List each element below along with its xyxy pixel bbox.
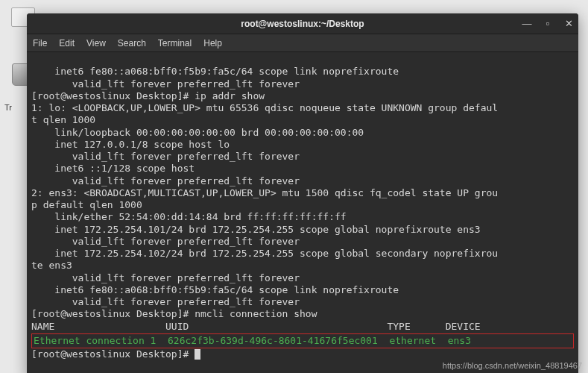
menu-file[interactable]: File	[33, 38, 47, 48]
table-header: NAME UUID TYPE DEVICE	[31, 321, 481, 332]
term-line: inet6 fe80::a068:bff0:f5b9:fa5c/64 scope…	[31, 66, 399, 77]
watermark: https://blog.csdn.net/weixin_48819467	[443, 361, 582, 370]
menubar: File Edit View Search Terminal Help	[27, 34, 578, 52]
term-line: inet 172.25.254.101/24 brd 172.25.254.25…	[31, 224, 481, 235]
menu-edit[interactable]: Edit	[59, 38, 75, 48]
term-line: inet6 fe80::a068:bff0:f5b9:fa5c/64 scope…	[31, 284, 399, 295]
menu-help[interactable]: Help	[203, 38, 222, 48]
window-title: root@westoslinux:~/Desktop	[241, 19, 364, 29]
term-line: 2: ens3: <BROADCAST,MULTICAST,UP,LOWER_U…	[31, 187, 498, 198]
maximize-button[interactable]: ▫	[543, 19, 553, 29]
term-line: inet 172.25.254.102/24 brd 172.25.254.25…	[31, 248, 498, 259]
term-line: p default qlen 1000	[31, 199, 142, 210]
menu-terminal[interactable]: Terminal	[158, 38, 192, 48]
term-line: t qlen 1000	[31, 114, 95, 125]
prompt: [root@westoslinux Desktop]#	[31, 348, 195, 360]
command: nmcli connection show	[195, 308, 317, 319]
command: ip addr show	[195, 90, 265, 101]
cursor	[195, 349, 200, 360]
term-line: valid_lft forever preferred_lft forever	[31, 175, 300, 186]
term-line: valid_lft forever preferred_lft forever	[31, 272, 300, 283]
prompt: [root@westoslinux Desktop]#	[31, 308, 195, 319]
prompt: [root@westoslinux Desktop]#	[31, 90, 195, 101]
term-line: link/loopback 00:00:00:00:00:00 brd 00:0…	[31, 127, 364, 138]
term-line: inet6 ::1/128 scope host	[31, 163, 195, 174]
term-line: valid_lft forever preferred_lft forever	[31, 296, 300, 307]
term-line: te ens3	[31, 260, 72, 271]
connection-row: Ethernet connection 1 626c2f3b-639d-496c…	[34, 335, 471, 346]
menu-view[interactable]: View	[86, 38, 106, 48]
close-button[interactable]: ✕	[563, 19, 574, 29]
term-line: 1: lo: <LOOPBACK,UP,LOWER_UP> mtu 65536 …	[31, 102, 498, 113]
window-controls: — ▫ ✕	[522, 19, 574, 29]
term-line: valid_lft forever preferred_lft forever	[31, 78, 300, 90]
term-line: inet 127.0.0.1/8 scope host lo	[31, 139, 230, 150]
titlebar: root@westoslinux:~/Desktop — ▫ ✕	[27, 13, 578, 34]
term-line: valid_lft forever preferred_lft forever	[31, 236, 300, 247]
minimize-button[interactable]: —	[522, 19, 532, 29]
highlighted-row: Ethernet connection 1 626c2f3b-639d-496c…	[31, 333, 574, 348]
terminal-window: root@westoslinux:~/Desktop — ▫ ✕ File Ed…	[27, 13, 578, 373]
trash-label: Tr	[4, 103, 12, 112]
term-line: link/ether 52:54:00:dd:14:84 brd ff:ff:f…	[31, 211, 347, 222]
terminal-body[interactable]: inet6 fe80::a068:bff0:f5b9:fa5c/64 scope…	[27, 52, 578, 373]
menu-search[interactable]: Search	[118, 38, 146, 48]
term-line: valid_lft forever preferred_lft forever	[31, 151, 300, 162]
